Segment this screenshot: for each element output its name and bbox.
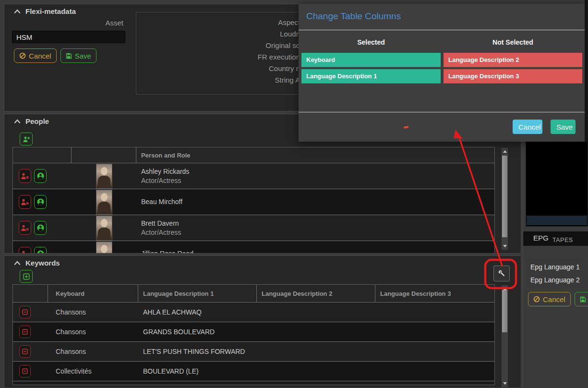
cancel-button-label: Cancel xyxy=(29,52,51,60)
scrollbar-thumb[interactable] xyxy=(502,156,507,237)
keyword-lang1-value: GRANDS BOULEVARD xyxy=(138,328,257,336)
change-table-columns-modal: Change Table Columns Selected KeyboardLa… xyxy=(299,4,585,142)
change-table-columns-button[interactable] xyxy=(493,266,510,281)
keyword-row: Chansons AHLA EL ACHWAQ xyxy=(13,303,494,322)
keywords-scrollbar[interactable] xyxy=(501,285,508,388)
collapse-chevron-up-icon[interactable] xyxy=(14,9,21,13)
person-row: Ashley Rickards Actor/Actress xyxy=(13,163,494,189)
delete-keyword-button[interactable] xyxy=(19,345,31,358)
field-label: Loudn xyxy=(141,28,300,40)
modal-title: Change Table Columns xyxy=(306,11,401,22)
delete-keyword-button[interactable] xyxy=(19,306,31,318)
section-title: Keywords xyxy=(25,259,60,267)
not-selected-items-list: Language Description 2Language Descripti… xyxy=(444,53,582,84)
modal-cancel-button[interactable]: Cancel xyxy=(513,120,542,134)
user-times-icon xyxy=(21,250,29,254)
minus-square-icon xyxy=(22,309,28,315)
minus-square-icon xyxy=(22,349,28,354)
selected-column-item[interactable]: Language Description 1 xyxy=(301,69,441,84)
person-name: Beau Mirchoff xyxy=(141,197,494,206)
scroll-down-arrow-icon[interactable] xyxy=(503,382,507,385)
keyword-row: Chansons GRANDS BOULEVARD xyxy=(13,322,494,342)
add-keyword-button[interactable] xyxy=(20,270,33,283)
plus-square-icon xyxy=(23,273,30,280)
not-selected-column-item[interactable]: Language Description 2 xyxy=(444,53,582,67)
person-profile-button[interactable] xyxy=(34,195,47,209)
keyword-keyboard-value: Chansons xyxy=(48,308,138,316)
people-header-empty-1 xyxy=(13,147,72,163)
epg-language-list: Epg Language 1Epg Language 2 xyxy=(526,259,587,288)
cancel-slash-icon xyxy=(19,52,26,59)
scroll-up-arrow-icon[interactable] xyxy=(503,150,507,153)
modal-divider xyxy=(299,30,585,30)
field-label: Original so xyxy=(141,40,300,51)
scroll-down-arrow-icon[interactable] xyxy=(503,245,507,247)
keyword-lang1-value: LET'S PUSH THINGS FORWARD xyxy=(138,348,257,355)
field-label: String A xyxy=(141,74,300,86)
selected-column-header: Selected xyxy=(301,38,441,46)
people-rows: Ashley Rickards Actor/Actress xyxy=(13,163,494,254)
video-player-controls[interactable] xyxy=(527,216,587,225)
epg-language-item[interactable]: Epg Language 1 xyxy=(526,261,587,274)
field-label: Country n xyxy=(141,63,300,74)
remove-person-button[interactable] xyxy=(19,247,31,254)
epg-language-item[interactable]: Epg Language 2 xyxy=(526,274,587,287)
keyword-row: Chansons LET'S PUSH THINGS FORWARD xyxy=(13,342,494,362)
tab-epg[interactable]: EPG xyxy=(533,234,549,242)
remove-person-button[interactable] xyxy=(19,169,31,183)
section-title: Flexi-metadata xyxy=(25,7,76,15)
metadata-field-labels: AspectLoudnOriginal soFR executionCountr… xyxy=(141,17,300,86)
people-scrollbar[interactable] xyxy=(501,147,508,250)
person-profile-button[interactable] xyxy=(34,247,47,254)
flexi-metadata-panel: Flexi-metadata Asset Cancel Save AspectL… xyxy=(4,4,301,111)
add-person-button[interactable] xyxy=(20,133,33,146)
modal-footer: Cancel Save xyxy=(299,112,585,142)
person-role: Actor/Actress xyxy=(141,228,494,237)
collapse-chevron-up-icon[interactable] xyxy=(14,261,21,265)
keyword-row: Collectivités BOULEVARD (LE) xyxy=(13,362,494,381)
keyword-keyboard-value: Chansons xyxy=(48,348,138,355)
right-edge-strip xyxy=(585,0,588,142)
user-circle-icon xyxy=(36,250,45,254)
minus-square-icon xyxy=(22,368,28,374)
epg-cancel-button[interactable]: Cancel xyxy=(528,292,571,306)
person-row: Jillian Rose Reed xyxy=(13,241,494,254)
user-times-icon xyxy=(21,224,29,231)
delete-keyword-button[interactable] xyxy=(19,365,31,377)
user-circle-icon xyxy=(36,172,45,180)
scrollbar-thumb[interactable] xyxy=(502,290,507,332)
people-table: Person and Role xyxy=(12,147,495,254)
person-profile-button[interactable] xyxy=(34,169,47,183)
remove-person-button[interactable] xyxy=(19,221,31,235)
person-photo xyxy=(96,164,112,189)
selected-column-item[interactable]: Keyboard xyxy=(301,53,441,67)
field-label: Aspect xyxy=(141,17,300,28)
keywords-table: Keyboard Language Description 1 Language… xyxy=(12,284,495,385)
user-circle-icon xyxy=(36,198,45,206)
save-button[interactable]: Save xyxy=(60,48,96,63)
person-profile-button[interactable] xyxy=(34,221,47,235)
delete-keyword-button[interactable] xyxy=(19,326,31,338)
modal-save-button[interactable]: Save xyxy=(551,120,576,134)
keywords-header-lang3: Language Description 3 xyxy=(375,285,494,303)
video-player[interactable] xyxy=(526,141,588,227)
keywords-table-tail xyxy=(13,381,494,385)
cancel-button[interactable]: Cancel xyxy=(14,48,57,63)
keywords-panel: Keywords Keyboard Language Description 1… xyxy=(4,255,521,388)
person-photo xyxy=(96,216,112,241)
people-header-empty-2 xyxy=(72,147,136,163)
keyword-keyboard-value: Chansons xyxy=(48,328,138,336)
person-photo xyxy=(96,242,112,254)
keywords-rows: Chansons AHLA EL ACHWAQ xyxy=(13,303,494,381)
asset-input[interactable] xyxy=(12,31,125,43)
epg-save-button[interactable]: Save xyxy=(575,292,588,306)
tab-tapes[interactable]: TAPES xyxy=(552,237,573,243)
selected-items-list: KeyboardLanguage Description 1 xyxy=(301,53,441,84)
user-circle-icon xyxy=(36,224,45,232)
cancel-slash-icon xyxy=(533,296,540,303)
not-selected-column-item[interactable]: Language Description 3 xyxy=(444,69,582,84)
minus-square-icon xyxy=(22,329,28,335)
collapse-chevron-up-icon[interactable] xyxy=(14,119,21,123)
remove-person-button[interactable] xyxy=(19,195,31,209)
section-title: People xyxy=(25,117,49,125)
